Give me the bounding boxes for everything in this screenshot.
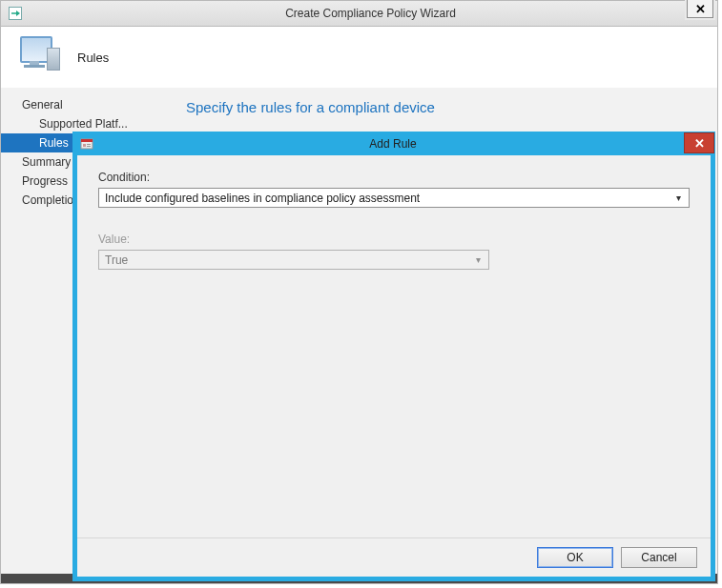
value-dropdown: True ▾ — [98, 250, 489, 270]
add-rule-body: Condition: Include configured baselines … — [77, 155, 711, 270]
chevron-down-icon: ▾ — [471, 254, 485, 265]
cancel-label: Cancel — [641, 551, 676, 564]
nav-item-general[interactable]: General — [1, 95, 169, 114]
wizard-app-icon — [7, 5, 24, 22]
value-value: True — [105, 253, 471, 267]
condition-dropdown[interactable]: Include configured baselines in complian… — [98, 188, 690, 208]
add-rule-dialog: Add Rule ✕ Condition: Include configured… — [73, 132, 714, 580]
cancel-button[interactable]: Cancel — [621, 547, 697, 568]
instruction-text: Specify the rules for a compliant device — [186, 99, 700, 115]
svg-rect-6 — [87, 144, 91, 145]
computer-icon — [14, 34, 64, 80]
ok-button[interactable]: OK — [537, 547, 613, 568]
svg-rect-5 — [83, 144, 86, 147]
add-rule-title: Add Rule — [94, 137, 714, 151]
close-icon: ✕ — [694, 136, 705, 151]
wizard-close-button[interactable]: ✕ — [687, 0, 713, 18]
ok-label: OK — [567, 551, 583, 564]
condition-value: Include configured baselines in complian… — [105, 192, 671, 205]
wizard-banner: Rules — [1, 27, 717, 89]
condition-label: Condition: — [98, 171, 690, 184]
wizard-window: Create Compliance Policy Wizard ✕ Rules … — [0, 0, 718, 584]
close-icon: ✕ — [695, 3, 706, 15]
wizard-titlebar: Create Compliance Policy Wizard ✕ — [1, 1, 717, 27]
wizard-title: Create Compliance Policy Wizard — [24, 7, 717, 20]
add-rule-close-button[interactable]: ✕ — [684, 132, 714, 153]
nav-label: Completion — [22, 193, 80, 207]
value-label: Value: — [98, 233, 690, 246]
nav-label: General — [22, 98, 63, 112]
nav-item-platforms[interactable]: Supported Platf... — [1, 114, 169, 133]
svg-rect-7 — [87, 146, 91, 147]
banner-title: Rules — [77, 51, 109, 65]
svg-rect-4 — [81, 139, 93, 142]
nav-label: Progress — [22, 174, 68, 188]
chevron-down-icon: ▾ — [671, 193, 685, 203]
add-rule-titlebar: Add Rule ✕ — [73, 132, 714, 155]
nav-label: Rules — [39, 136, 69, 150]
nav-label: Supported Platf... — [39, 117, 128, 131]
nav-label: Summary — [22, 155, 71, 169]
add-rule-footer: OK Cancel — [77, 537, 711, 577]
form-app-icon — [79, 136, 94, 152]
